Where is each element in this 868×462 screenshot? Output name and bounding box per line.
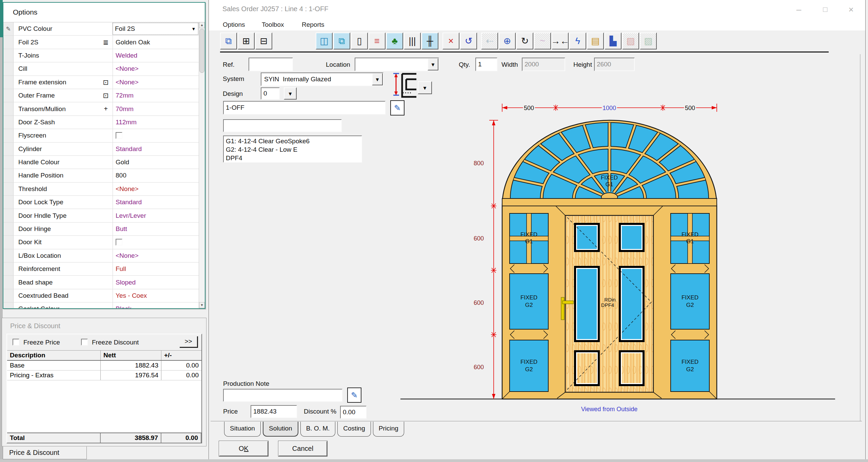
frame-section-icon[interactable]: ⊟: [255, 33, 272, 49]
glass-spec-list[interactable]: G1: 4-12-4 Clear GeoSpoke6G2: 4-12-4 Cle…: [223, 135, 362, 163]
glass-spec-item[interactable]: DPF4: [226, 154, 359, 162]
options-row[interactable]: Door Lock TypeStandard: [3, 196, 199, 209]
option-value[interactable]: <None>: [113, 249, 199, 262]
chart-icon[interactable]: ▙: [605, 33, 622, 49]
option-value[interactable]: Foil 2S▼: [113, 22, 199, 35]
dropdown-arrow-icon[interactable]: ▼: [372, 73, 383, 85]
option-value[interactable]: 112mm: [113, 116, 199, 129]
edit-production-note-button[interactable]: ✎: [347, 387, 361, 403]
tab-pricing[interactable]: Pricing: [373, 422, 404, 437]
option-value[interactable]: Standard: [113, 143, 199, 155]
design-dropdown-button[interactable]: ▼: [284, 87, 297, 100]
options-row[interactable]: T-JoinsWelded: [3, 49, 199, 62]
production-note-input[interactable]: [223, 389, 342, 402]
option-value[interactable]: Black: [113, 302, 199, 308]
cill-profile-icon[interactable]: ▯: [351, 33, 368, 49]
option-value[interactable]: 800: [113, 169, 199, 182]
rotate-icon[interactable]: ↻: [516, 33, 533, 49]
design-input[interactable]: [261, 87, 280, 100]
delete-icon[interactable]: ×: [442, 33, 459, 49]
price-row[interactable]: Pricing - Extras1976.540.00: [7, 371, 201, 380]
dropdown-arrow-icon[interactable]: ▼: [428, 58, 438, 70]
options-row[interactable]: Handle Position800: [3, 169, 199, 182]
tab-costing[interactable]: Costing: [337, 422, 371, 437]
options-row[interactable]: Foil 2S≣Golden Oak: [3, 36, 199, 49]
options-row[interactable]: Gasket ColourBlack: [3, 302, 199, 308]
options-row[interactable]: Frame extension⊡<None>: [3, 76, 199, 89]
options-row[interactable]: Bead shapeSloped: [3, 276, 199, 289]
pricing-extras-icon[interactable]: ≡: [369, 33, 386, 49]
qty-input[interactable]: [475, 58, 497, 71]
frames-cascade-icon[interactable]: ⧉: [220, 33, 237, 49]
options-row[interactable]: Threshold<None>: [3, 183, 199, 196]
tab-solution[interactable]: Solution: [263, 422, 298, 437]
option-checkbox[interactable]: [116, 239, 122, 246]
torch-icon[interactable]: ϟ: [569, 33, 586, 49]
options-row[interactable]: Door Z-Sash112mm: [3, 116, 199, 129]
options-row[interactable]: Transom/Mullion+70mm: [3, 102, 199, 115]
options-row[interactable]: Door Hndle TypeLevr/Lever: [3, 209, 199, 222]
option-value[interactable]: Butt: [113, 223, 199, 235]
price-discount-tab[interactable]: Price & Discount: [3, 446, 87, 459]
option-combobox[interactable]: Foil 2S▼: [113, 23, 198, 35]
drawing-canvas[interactable]: 500 1000 500 800 600 600 600 FIXEDG1 FIX…: [400, 81, 865, 423]
cancel-button[interactable]: Cancel: [278, 441, 327, 456]
location-select[interactable]: ▼: [355, 58, 439, 71]
situation-tree-icon[interactable]: ♣: [386, 33, 403, 49]
price-input[interactable]: [251, 405, 297, 418]
maximize-icon[interactable]: □: [815, 3, 835, 16]
scrollbar-thumb[interactable]: [199, 29, 204, 73]
scroll-down-button[interactable]: ▼: [199, 302, 205, 308]
option-value[interactable]: 72mm: [113, 89, 199, 102]
scroll-up-button[interactable]: ▲: [199, 22, 205, 28]
option-value[interactable]: Sloped: [113, 276, 199, 289]
option-value[interactable]: 70mm: [113, 102, 199, 115]
options-row[interactable]: CylinderStandard: [3, 143, 199, 156]
close-icon[interactable]: ×: [841, 3, 861, 16]
glazing-icon[interactable]: ◫: [316, 33, 333, 49]
tab-situation[interactable]: Situation: [224, 422, 261, 437]
item-ref-input[interactable]: [223, 101, 386, 114]
option-value[interactable]: Levr/Lever: [113, 209, 199, 222]
option-value[interactable]: Welded: [113, 49, 199, 62]
menu-options[interactable]: Options: [220, 20, 248, 30]
menu-reports[interactable]: Reports: [299, 20, 327, 30]
tab-bom[interactable]: B. O. M.: [300, 422, 336, 437]
option-value[interactable]: Standard: [113, 196, 199, 209]
options-row[interactable]: Flyscreen: [3, 129, 199, 142]
options-row[interactable]: ✎PVC ColourFoil 2S▼: [3, 22, 199, 36]
option-value[interactable]: [113, 236, 199, 249]
option-value[interactable]: Yes - Coex: [113, 289, 199, 302]
zoom-icon[interactable]: ⊕: [499, 33, 516, 49]
menu-toolbox[interactable]: Toolbox: [259, 20, 287, 30]
title-bar[interactable]: Sales Order J0257 : Line 4 : 1-OFF – □ ×: [209, 0, 865, 19]
item-note-input[interactable]: [223, 119, 342, 132]
ref-input[interactable]: [249, 58, 293, 71]
options-row[interactable]: Outer Frame⊡72mm: [3, 89, 199, 102]
option-value[interactable]: Gold: [113, 156, 199, 169]
options-scrollbar[interactable]: ▲ ▼: [199, 22, 205, 308]
undo-icon[interactable]: ↺: [460, 33, 477, 49]
ok-button[interactable]: OK: [219, 441, 268, 456]
glass-spec-item[interactable]: G2: 4-12-4 Clear - Low E: [226, 145, 359, 154]
option-value[interactable]: <None>: [113, 76, 199, 89]
report-folder-icon[interactable]: ▤: [587, 33, 604, 49]
options-row[interactable]: Coextruded BeadYes - Coex: [3, 289, 199, 302]
options-row[interactable]: Handle ColourGold: [3, 156, 199, 169]
vertical-bars-icon[interactable]: |||: [404, 33, 421, 49]
georgian-bars-icon[interactable]: ╫: [421, 33, 438, 49]
option-value[interactable]: <None>: [113, 183, 199, 195]
option-value[interactable]: Golden Oak: [113, 36, 199, 48]
options-row[interactable]: L/Box Location<None>: [3, 249, 199, 262]
options-row[interactable]: Door HingeButt: [3, 223, 199, 236]
dropdown-arrow-icon[interactable]: ▼: [189, 23, 198, 35]
minimize-icon[interactable]: –: [789, 3, 809, 16]
option-checkbox[interactable]: [116, 132, 122, 139]
option-value[interactable]: <None>: [113, 62, 199, 75]
price-row[interactable]: Base1882.430.00: [7, 361, 201, 371]
options-row[interactable]: ReinforcementFull: [3, 262, 199, 276]
compress-dims-icon[interactable]: →←: [552, 33, 569, 49]
option-value[interactable]: Full: [113, 262, 199, 275]
freeze-price-checkbox[interactable]: [13, 339, 19, 345]
system-select[interactable]: SYIN Internally Glazed ▼: [261, 72, 383, 86]
